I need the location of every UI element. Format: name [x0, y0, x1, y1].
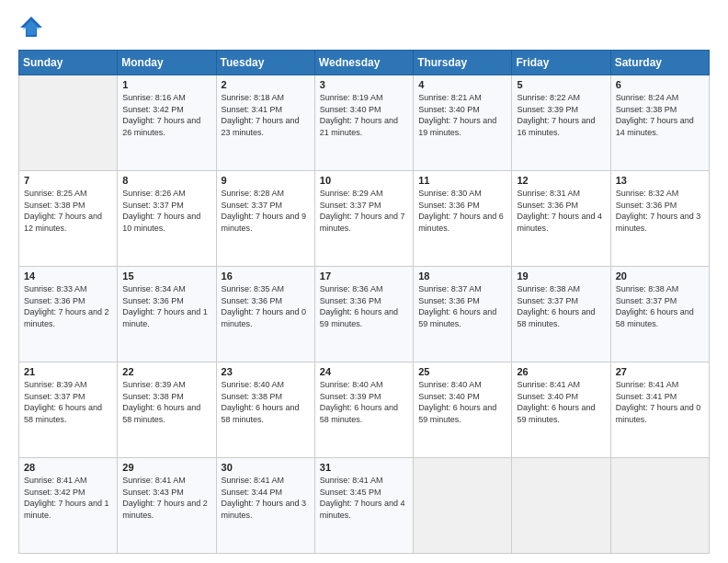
day-info: Sunrise: 8:22 AMSunset: 3:39 PMDaylight:…	[517, 92, 605, 138]
calendar-cell: 20Sunrise: 8:38 AMSunset: 3:37 PMDayligh…	[610, 267, 709, 362]
day-number: 21	[24, 366, 112, 377]
day-info: Sunrise: 8:40 AMSunset: 3:40 PMDaylight:…	[418, 379, 506, 425]
day-info: Sunrise: 8:38 AMSunset: 3:37 PMDaylight:…	[616, 283, 704, 329]
logo-icon	[18, 15, 44, 40]
calendar-week-row: 14Sunrise: 8:33 AMSunset: 3:36 PMDayligh…	[19, 267, 710, 362]
day-info: Sunrise: 8:18 AMSunset: 3:41 PMDaylight:…	[222, 92, 310, 138]
day-info: Sunrise: 8:41 AMSunset: 3:41 PMDaylight:…	[616, 379, 704, 425]
day-info: Sunrise: 8:41 AMSunset: 3:45 PMDaylight:…	[320, 475, 408, 521]
calendar-header: SundayMondayTuesdayWednesdayThursdayFrid…	[19, 51, 710, 75]
calendar-week-row: 7Sunrise: 8:25 AMSunset: 3:38 PMDaylight…	[19, 171, 710, 267]
calendar-cell: 29Sunrise: 8:41 AMSunset: 3:43 PMDayligh…	[118, 458, 216, 554]
day-number: 8	[122, 175, 210, 186]
day-info: Sunrise: 8:39 AMSunset: 3:37 PMDaylight:…	[24, 379, 112, 425]
day-number: 9	[222, 175, 310, 186]
day-number: 18	[418, 270, 506, 282]
day-info: Sunrise: 8:26 AMSunset: 3:37 PMDaylight:…	[122, 188, 210, 234]
calendar-week-row: 28Sunrise: 8:41 AMSunset: 3:42 PMDayligh…	[19, 458, 710, 554]
calendar-cell: 26Sunrise: 8:41 AMSunset: 3:40 PMDayligh…	[512, 362, 610, 458]
day-number: 16	[222, 270, 310, 282]
day-info: Sunrise: 8:16 AMSunset: 3:42 PMDaylight:…	[122, 92, 210, 138]
calendar-cell: 13Sunrise: 8:32 AMSunset: 3:36 PMDayligh…	[610, 171, 709, 267]
calendar-cell: 7Sunrise: 8:25 AMSunset: 3:38 PMDaylight…	[19, 171, 118, 267]
weekday-header: Monday	[118, 51, 216, 75]
day-number: 1	[122, 79, 210, 90]
calendar-cell: 8Sunrise: 8:26 AMSunset: 3:37 PMDaylight…	[118, 171, 216, 267]
weekday-row: SundayMondayTuesdayWednesdayThursdayFrid…	[19, 51, 710, 75]
day-number: 30	[222, 462, 310, 473]
page: SundayMondayTuesdayWednesdayThursdayFrid…	[0, 0, 728, 563]
day-number: 31	[320, 462, 408, 473]
weekday-header: Saturday	[610, 51, 709, 75]
day-info: Sunrise: 8:34 AMSunset: 3:36 PMDaylight:…	[122, 283, 210, 329]
calendar-week-row: 1Sunrise: 8:16 AMSunset: 3:42 PMDaylight…	[19, 75, 710, 171]
calendar-cell	[610, 458, 709, 554]
weekday-header: Tuesday	[216, 51, 314, 75]
day-info: Sunrise: 8:38 AMSunset: 3:37 PMDaylight:…	[517, 283, 605, 329]
day-number: 11	[418, 175, 506, 186]
day-number: 17	[320, 270, 408, 282]
day-info: Sunrise: 8:40 AMSunset: 3:39 PMDaylight:…	[320, 379, 408, 425]
day-info: Sunrise: 8:29 AMSunset: 3:37 PMDaylight:…	[320, 188, 408, 234]
calendar-cell: 28Sunrise: 8:41 AMSunset: 3:42 PMDayligh…	[19, 458, 118, 554]
calendar-cell: 17Sunrise: 8:36 AMSunset: 3:36 PMDayligh…	[314, 267, 413, 362]
calendar-cell: 11Sunrise: 8:30 AMSunset: 3:36 PMDayligh…	[414, 171, 512, 267]
day-info: Sunrise: 8:21 AMSunset: 3:40 PMDaylight:…	[418, 92, 506, 138]
svg-marker-1	[22, 20, 40, 35]
calendar-cell: 5Sunrise: 8:22 AMSunset: 3:39 PMDaylight…	[512, 75, 610, 171]
calendar-cell	[512, 458, 610, 554]
day-number: 27	[616, 366, 704, 377]
day-number: 12	[517, 175, 605, 186]
calendar-cell: 18Sunrise: 8:37 AMSunset: 3:36 PMDayligh…	[414, 267, 512, 362]
day-info: Sunrise: 8:36 AMSunset: 3:36 PMDaylight:…	[320, 283, 408, 329]
calendar-cell: 30Sunrise: 8:41 AMSunset: 3:44 PMDayligh…	[216, 458, 314, 554]
calendar-cell: 3Sunrise: 8:19 AMSunset: 3:40 PMDaylight…	[314, 75, 413, 171]
header	[18, 15, 710, 40]
day-info: Sunrise: 8:31 AMSunset: 3:36 PMDaylight:…	[517, 188, 605, 234]
weekday-header: Wednesday	[314, 51, 413, 75]
day-info: Sunrise: 8:41 AMSunset: 3:42 PMDaylight:…	[24, 475, 112, 521]
day-number: 26	[517, 366, 605, 377]
calendar-cell: 1Sunrise: 8:16 AMSunset: 3:42 PMDaylight…	[118, 75, 216, 171]
calendar-cell: 27Sunrise: 8:41 AMSunset: 3:41 PMDayligh…	[610, 362, 709, 458]
day-number: 24	[320, 366, 408, 377]
day-number: 6	[616, 79, 704, 90]
day-number: 28	[24, 462, 112, 473]
day-info: Sunrise: 8:37 AMSunset: 3:36 PMDaylight:…	[418, 283, 506, 329]
calendar-table: SundayMondayTuesdayWednesdayThursdayFrid…	[18, 50, 710, 554]
day-number: 23	[222, 366, 310, 377]
calendar-cell: 12Sunrise: 8:31 AMSunset: 3:36 PMDayligh…	[512, 171, 610, 267]
calendar-cell: 16Sunrise: 8:35 AMSunset: 3:36 PMDayligh…	[216, 267, 314, 362]
day-number: 2	[222, 79, 310, 90]
calendar-cell: 25Sunrise: 8:40 AMSunset: 3:40 PMDayligh…	[414, 362, 512, 458]
calendar-cell: 31Sunrise: 8:41 AMSunset: 3:45 PMDayligh…	[314, 458, 413, 554]
day-number: 20	[616, 270, 704, 282]
calendar-cell: 2Sunrise: 8:18 AMSunset: 3:41 PMDaylight…	[216, 75, 314, 171]
calendar-cell: 15Sunrise: 8:34 AMSunset: 3:36 PMDayligh…	[118, 267, 216, 362]
day-info: Sunrise: 8:28 AMSunset: 3:37 PMDaylight:…	[222, 188, 310, 234]
weekday-header: Friday	[512, 51, 610, 75]
calendar-cell: 6Sunrise: 8:24 AMSunset: 3:38 PMDaylight…	[610, 75, 709, 171]
calendar-cell: 4Sunrise: 8:21 AMSunset: 3:40 PMDaylight…	[414, 75, 512, 171]
day-info: Sunrise: 8:41 AMSunset: 3:44 PMDaylight:…	[222, 475, 310, 521]
day-info: Sunrise: 8:39 AMSunset: 3:38 PMDaylight:…	[122, 379, 210, 425]
day-number: 5	[517, 79, 605, 90]
day-number: 7	[24, 175, 112, 186]
calendar-cell: 9Sunrise: 8:28 AMSunset: 3:37 PMDaylight…	[216, 171, 314, 267]
day-info: Sunrise: 8:40 AMSunset: 3:38 PMDaylight:…	[222, 379, 310, 425]
day-info: Sunrise: 8:24 AMSunset: 3:38 PMDaylight:…	[616, 92, 704, 138]
day-info: Sunrise: 8:25 AMSunset: 3:38 PMDaylight:…	[24, 188, 112, 234]
day-number: 13	[616, 175, 704, 186]
day-info: Sunrise: 8:41 AMSunset: 3:43 PMDaylight:…	[122, 475, 210, 521]
calendar-cell: 22Sunrise: 8:39 AMSunset: 3:38 PMDayligh…	[118, 362, 216, 458]
calendar-week-row: 21Sunrise: 8:39 AMSunset: 3:37 PMDayligh…	[19, 362, 710, 458]
day-info: Sunrise: 8:35 AMSunset: 3:36 PMDaylight:…	[222, 283, 310, 329]
calendar-cell: 21Sunrise: 8:39 AMSunset: 3:37 PMDayligh…	[19, 362, 118, 458]
day-info: Sunrise: 8:32 AMSunset: 3:36 PMDaylight:…	[616, 188, 704, 234]
day-info: Sunrise: 8:19 AMSunset: 3:40 PMDaylight:…	[320, 92, 408, 138]
calendar-body: 1Sunrise: 8:16 AMSunset: 3:42 PMDaylight…	[19, 75, 710, 554]
day-number: 10	[320, 175, 408, 186]
calendar-cell: 19Sunrise: 8:38 AMSunset: 3:37 PMDayligh…	[512, 267, 610, 362]
day-number: 3	[320, 79, 408, 90]
day-number: 25	[418, 366, 506, 377]
